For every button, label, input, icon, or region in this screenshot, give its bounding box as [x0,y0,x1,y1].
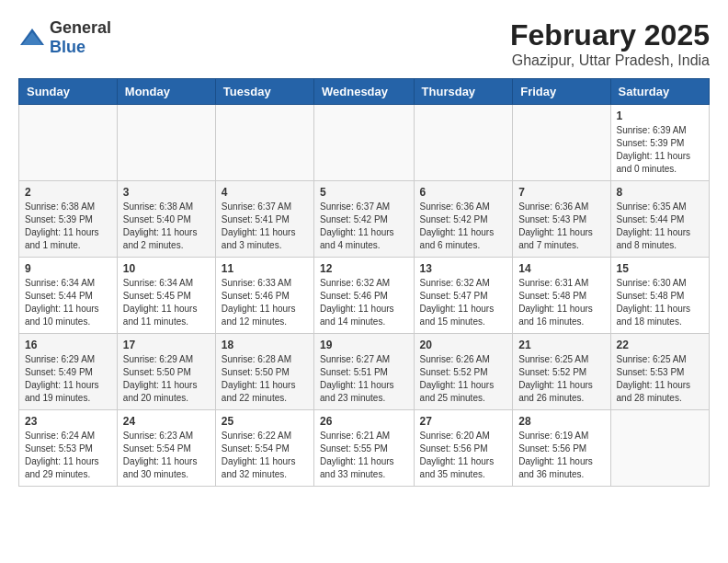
calendar-cell: 14Sunrise: 6:31 AM Sunset: 5:48 PM Dayli… [513,258,610,334]
calendar-cell: 11Sunrise: 6:33 AM Sunset: 5:46 PM Dayli… [215,258,313,334]
calendar-cell: 1Sunrise: 6:39 AM Sunset: 5:39 PM Daylig… [610,105,709,181]
day-info: Sunrise: 6:25 AM Sunset: 5:53 PM Dayligh… [617,353,703,405]
calendar-cell [610,410,709,487]
calendar-cell: 6Sunrise: 6:36 AM Sunset: 5:42 PM Daylig… [414,181,513,258]
calendar-cell: 27Sunrise: 6:20 AM Sunset: 5:56 PM Dayli… [414,410,513,487]
day-number: 3 [123,186,210,199]
day-info: Sunrise: 6:29 AM Sunset: 5:49 PM Dayligh… [25,353,111,405]
day-number: 28 [518,415,604,428]
day-info: Sunrise: 6:27 AM Sunset: 5:51 PM Dayligh… [320,353,408,405]
calendar-cell [117,105,215,181]
logo-text-blue: Blue [50,38,85,56]
day-header-sunday: Sunday [19,79,118,105]
day-info: Sunrise: 6:38 AM Sunset: 5:39 PM Dayligh… [25,201,111,252]
day-number: 25 [222,415,308,428]
calendar-cell: 3Sunrise: 6:38 AM Sunset: 5:40 PM Daylig… [117,181,215,258]
day-info: Sunrise: 6:37 AM Sunset: 5:42 PM Dayligh… [320,201,408,252]
day-number: 5 [320,186,408,199]
day-info: Sunrise: 6:33 AM Sunset: 5:46 PM Dayligh… [222,277,308,328]
calendar-cell: 22Sunrise: 6:25 AM Sunset: 5:53 PM Dayli… [610,334,709,410]
day-number: 24 [123,415,210,428]
day-info: Sunrise: 6:35 AM Sunset: 5:44 PM Dayligh… [617,201,703,252]
calendar-table: SundayMondayTuesdayWednesdayThursdayFrid… [18,78,710,487]
day-info: Sunrise: 6:21 AM Sunset: 5:55 PM Dayligh… [320,430,408,481]
day-header-wednesday: Wednesday [314,79,415,105]
calendar-week-1: 1Sunrise: 6:39 AM Sunset: 5:39 PM Daylig… [19,105,710,181]
day-number: 11 [222,262,308,275]
calendar-cell: 13Sunrise: 6:32 AM Sunset: 5:47 PM Dayli… [414,258,513,334]
day-number: 20 [420,339,507,351]
calendar-cell: 4Sunrise: 6:37 AM Sunset: 5:41 PM Daylig… [215,181,313,258]
calendar-cell: 10Sunrise: 6:34 AM Sunset: 5:45 PM Dayli… [117,258,215,334]
calendar-cell: 7Sunrise: 6:36 AM Sunset: 5:43 PM Daylig… [513,181,610,258]
day-info: Sunrise: 6:22 AM Sunset: 5:54 PM Dayligh… [222,430,308,481]
logo: General Blue [18,18,111,57]
day-info: Sunrise: 6:25 AM Sunset: 5:52 PM Dayligh… [518,353,604,405]
calendar-cell: 18Sunrise: 6:28 AM Sunset: 5:50 PM Dayli… [215,334,313,410]
day-info: Sunrise: 6:26 AM Sunset: 5:52 PM Dayligh… [420,353,507,405]
day-number: 1 [617,109,703,122]
day-number: 14 [518,262,604,275]
day-number: 21 [518,339,604,351]
calendar-cell: 8Sunrise: 6:35 AM Sunset: 5:44 PM Daylig… [610,181,709,258]
day-number: 13 [420,262,507,275]
logo-text-general: General [50,18,111,37]
day-number: 19 [320,339,408,351]
day-info: Sunrise: 6:32 AM Sunset: 5:46 PM Dayligh… [320,277,408,328]
day-info: Sunrise: 6:31 AM Sunset: 5:48 PM Dayligh… [518,277,604,328]
calendar-cell: 24Sunrise: 6:23 AM Sunset: 5:54 PM Dayli… [117,410,215,487]
calendar-cell: 2Sunrise: 6:38 AM Sunset: 5:39 PM Daylig… [19,181,118,258]
day-header-tuesday: Tuesday [215,79,313,105]
calendar-cell: 21Sunrise: 6:25 AM Sunset: 5:52 PM Dayli… [513,334,610,410]
day-info: Sunrise: 6:36 AM Sunset: 5:42 PM Dayligh… [420,201,507,252]
calendar-week-2: 2Sunrise: 6:38 AM Sunset: 5:39 PM Daylig… [19,181,710,258]
day-number: 6 [420,186,507,199]
day-number: 23 [25,415,111,428]
calendar-cell [513,105,610,181]
logo-icon [18,27,46,49]
day-info: Sunrise: 6:38 AM Sunset: 5:40 PM Dayligh… [123,201,210,252]
day-number: 7 [518,186,604,199]
day-info: Sunrise: 6:34 AM Sunset: 5:45 PM Dayligh… [123,277,210,328]
day-number: 27 [420,415,507,428]
calendar-cell: 15Sunrise: 6:30 AM Sunset: 5:48 PM Dayli… [610,258,709,334]
day-number: 12 [320,262,408,275]
day-info: Sunrise: 6:30 AM Sunset: 5:48 PM Dayligh… [617,277,703,328]
calendar-cell: 25Sunrise: 6:22 AM Sunset: 5:54 PM Dayli… [215,410,313,487]
day-info: Sunrise: 6:20 AM Sunset: 5:56 PM Dayligh… [420,430,507,481]
calendar-cell [19,105,118,181]
day-number: 18 [222,339,308,351]
calendar-cell: 28Sunrise: 6:19 AM Sunset: 5:56 PM Dayli… [513,410,610,487]
day-info: Sunrise: 6:28 AM Sunset: 5:50 PM Dayligh… [222,353,308,405]
calendar-cell: 19Sunrise: 6:27 AM Sunset: 5:51 PM Dayli… [314,334,415,410]
day-info: Sunrise: 6:37 AM Sunset: 5:41 PM Dayligh… [222,201,308,252]
calendar-cell [215,105,313,181]
day-number: 4 [222,186,308,199]
day-info: Sunrise: 6:34 AM Sunset: 5:44 PM Dayligh… [25,277,111,328]
day-number: 26 [320,415,408,428]
calendar-cell: 26Sunrise: 6:21 AM Sunset: 5:55 PM Dayli… [314,410,415,487]
calendar-cell: 20Sunrise: 6:26 AM Sunset: 5:52 PM Dayli… [414,334,513,410]
day-info: Sunrise: 6:39 AM Sunset: 5:39 PM Dayligh… [617,124,703,176]
calendar-cell: 9Sunrise: 6:34 AM Sunset: 5:44 PM Daylig… [19,258,118,334]
calendar-header-row: SundayMondayTuesdayWednesdayThursdayFrid… [19,79,710,105]
calendar-week-3: 9Sunrise: 6:34 AM Sunset: 5:44 PM Daylig… [19,258,710,334]
day-info: Sunrise: 6:19 AM Sunset: 5:56 PM Dayligh… [518,430,604,481]
day-number: 15 [617,262,703,275]
calendar-cell: 12Sunrise: 6:32 AM Sunset: 5:46 PM Dayli… [314,258,415,334]
calendar-week-5: 23Sunrise: 6:24 AM Sunset: 5:53 PM Dayli… [19,410,710,487]
day-number: 9 [25,262,111,275]
day-header-thursday: Thursday [414,79,513,105]
day-header-friday: Friday [513,79,610,105]
location: Ghazipur, Uttar Pradesh, India [510,52,710,69]
day-info: Sunrise: 6:32 AM Sunset: 5:47 PM Dayligh… [420,277,507,328]
day-number: 22 [617,339,703,351]
calendar-cell: 23Sunrise: 6:24 AM Sunset: 5:53 PM Dayli… [19,410,118,487]
calendar-cell: 16Sunrise: 6:29 AM Sunset: 5:49 PM Dayli… [19,334,118,410]
day-info: Sunrise: 6:24 AM Sunset: 5:53 PM Dayligh… [25,430,111,481]
day-info: Sunrise: 6:36 AM Sunset: 5:43 PM Dayligh… [518,201,604,252]
calendar-week-4: 16Sunrise: 6:29 AM Sunset: 5:49 PM Dayli… [19,334,710,410]
calendar-cell [414,105,513,181]
page-header: General Blue February 2025 Ghazipur, Utt… [18,18,710,69]
day-info: Sunrise: 6:23 AM Sunset: 5:54 PM Dayligh… [123,430,210,481]
